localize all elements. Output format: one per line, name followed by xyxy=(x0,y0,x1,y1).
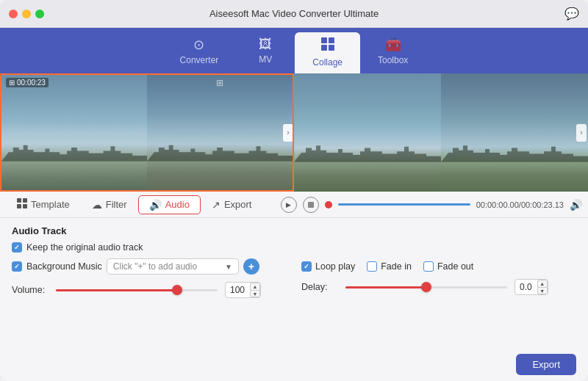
keep-original-row: Keep the original audio track xyxy=(12,242,576,253)
delay-up-button[interactable]: ▲ xyxy=(537,280,548,287)
loop-play-label: Loop play xyxy=(315,261,355,272)
svg-rect-0 xyxy=(321,37,327,43)
loop-play-checkbox[interactable] xyxy=(301,261,312,272)
bg-music-label: Background Music xyxy=(26,261,102,272)
play-button[interactable]: ▶ xyxy=(281,197,297,213)
divider-handle[interactable]: › xyxy=(283,124,293,142)
add-music-button[interactable]: + xyxy=(243,258,259,275)
loop-play-item: Loop play xyxy=(301,261,355,272)
tab-export[interactable]: ↗ Export xyxy=(201,195,263,214)
fullscreen-button[interactable] xyxy=(35,10,44,18)
chevron-right-icon: › xyxy=(287,128,289,137)
video-area: ⊞ 00:00:23 ⊞ › xyxy=(0,73,588,192)
right-checkboxes-row: Loop play Fade in Fade out xyxy=(301,261,576,272)
video-clip-3 xyxy=(294,73,441,192)
filter-label: Filter xyxy=(106,199,127,210)
mv-label: MV xyxy=(259,54,272,65)
playback-controls: ▶ 00:00:00.00/00:00:23.13 🔊 xyxy=(281,197,582,213)
music-dropdown[interactable]: Click "+" to add audio ▼ xyxy=(107,258,239,275)
svg-rect-7 xyxy=(23,204,27,208)
svg-rect-1 xyxy=(329,37,334,43)
filter-icon: ☁ xyxy=(92,199,102,211)
volume-slider-thumb[interactable] xyxy=(172,285,182,295)
svg-rect-6 xyxy=(17,204,21,208)
volume-icon[interactable]: 🔊 xyxy=(570,199,582,211)
tab-collage[interactable]: Collage xyxy=(295,32,360,73)
volume-value: 100 xyxy=(226,285,249,295)
fade-out-checkbox[interactable] xyxy=(423,261,434,272)
time-display: 00:00:00.00/00:00:23.13 xyxy=(476,200,564,209)
video-timestamp: ⊞ 00:00:23 xyxy=(6,78,49,87)
video-right-panel: › xyxy=(294,73,588,192)
converter-icon: ⊙ xyxy=(193,37,204,53)
volume-label: Volume: xyxy=(12,285,49,295)
svg-rect-2 xyxy=(321,45,327,51)
mv-icon: 🖼 xyxy=(259,37,272,52)
bottom-tabs-bar: Template ☁ Filter 🔊 Audio ↗ Export ▶ 00:… xyxy=(0,192,588,218)
fade-in-label: Fade in xyxy=(381,261,412,272)
timeline-slider[interactable] xyxy=(338,203,470,206)
record-button[interactable] xyxy=(325,201,332,208)
svg-rect-3 xyxy=(329,45,334,51)
delay-slider-track xyxy=(345,286,507,289)
volume-down-button[interactable]: ▼ xyxy=(250,290,260,297)
export-footer: Export xyxy=(0,349,588,381)
delay-down-button[interactable]: ▼ xyxy=(537,287,548,294)
chat-icon[interactable]: 💬 xyxy=(564,7,579,20)
bg-music-checkbox[interactable] xyxy=(12,261,22,272)
volume-slider-container xyxy=(56,289,218,291)
export-tab-icon: ↗ xyxy=(212,199,220,211)
window-title: Aiseesoft Mac Video Converter Ultimate xyxy=(209,8,379,19)
delay-row: Delay: 0.0 ▲ ▼ xyxy=(301,279,576,295)
toolbox-icon: 🧰 xyxy=(385,37,401,53)
minimize-button[interactable] xyxy=(22,10,31,18)
template-icon xyxy=(17,198,27,211)
app-window: Aiseesoft Mac Video Converter Ultimate 💬… xyxy=(0,0,588,381)
video-clip-1: ⊞ 00:00:23 xyxy=(1,75,147,190)
stop-button[interactable] xyxy=(303,197,319,213)
template-label: Template xyxy=(31,199,70,210)
right-edge-handle[interactable]: › xyxy=(576,124,587,142)
fade-in-checkbox[interactable] xyxy=(367,261,377,272)
close-button[interactable] xyxy=(9,10,18,18)
tab-audio[interactable]: 🔊 Audio xyxy=(138,195,201,214)
titlebar: Aiseesoft Mac Video Converter Ultimate 💬 xyxy=(0,0,588,28)
video-clip-4: › xyxy=(441,73,588,192)
volume-input-group: 100 ▲ ▼ xyxy=(225,282,261,298)
volume-row: Volume: 100 ▲ ▼ xyxy=(12,282,287,298)
tab-converter[interactable]: ⊙ Converter xyxy=(162,32,237,73)
fade-out-label: Fade out xyxy=(437,261,473,272)
keep-original-label: Keep the original audio track xyxy=(26,242,143,253)
traffic-lights xyxy=(9,10,44,18)
toolbox-label: Toolbox xyxy=(378,55,408,65)
tab-filter[interactable]: ☁ Filter xyxy=(81,195,138,214)
delay-value: 0.0 xyxy=(515,282,537,292)
two-col-row: Background Music Click "+" to add audio … xyxy=(12,258,576,298)
dropdown-arrow-icon: ▼ xyxy=(225,263,232,271)
audio-section-title: Audio Track xyxy=(12,225,576,236)
converter-label: Converter xyxy=(180,55,219,65)
delay-slider-container xyxy=(345,286,507,289)
volume-up-button[interactable]: ▲ xyxy=(250,283,260,290)
export-button[interactable]: Export xyxy=(516,354,576,375)
tab-toolbox[interactable]: 🧰 Toolbox xyxy=(360,32,426,73)
export-tab-label: Export xyxy=(224,199,252,210)
delay-slider-thumb[interactable] xyxy=(421,282,431,292)
delay-input-group: 0.0 ▲ ▼ xyxy=(514,279,548,295)
video-left-panel: ⊞ 00:00:23 ⊞ › xyxy=(0,73,294,192)
col-right: Loop play Fade in Fade out Delay: xyxy=(301,261,576,295)
titlebar-right: 💬 xyxy=(564,7,579,21)
fade-in-item: Fade in xyxy=(367,261,412,272)
volume-stepper: ▲ ▼ xyxy=(250,283,260,297)
svg-rect-4 xyxy=(17,198,21,203)
tab-template[interactable]: Template xyxy=(6,195,81,214)
audio-icon: 🔊 xyxy=(149,199,162,211)
collage-label: Collage xyxy=(312,57,343,68)
nav-bar: ⊙ Converter 🖼 MV Collage 🧰 Toolbox xyxy=(0,28,588,73)
collage-icon xyxy=(320,37,335,55)
svg-rect-5 xyxy=(23,198,27,203)
audio-label: Audio xyxy=(165,199,190,210)
tab-mv[interactable]: 🖼 MV xyxy=(236,32,295,73)
video-clip-2: ⊞ xyxy=(147,75,293,190)
keep-original-checkbox[interactable] xyxy=(12,242,22,253)
